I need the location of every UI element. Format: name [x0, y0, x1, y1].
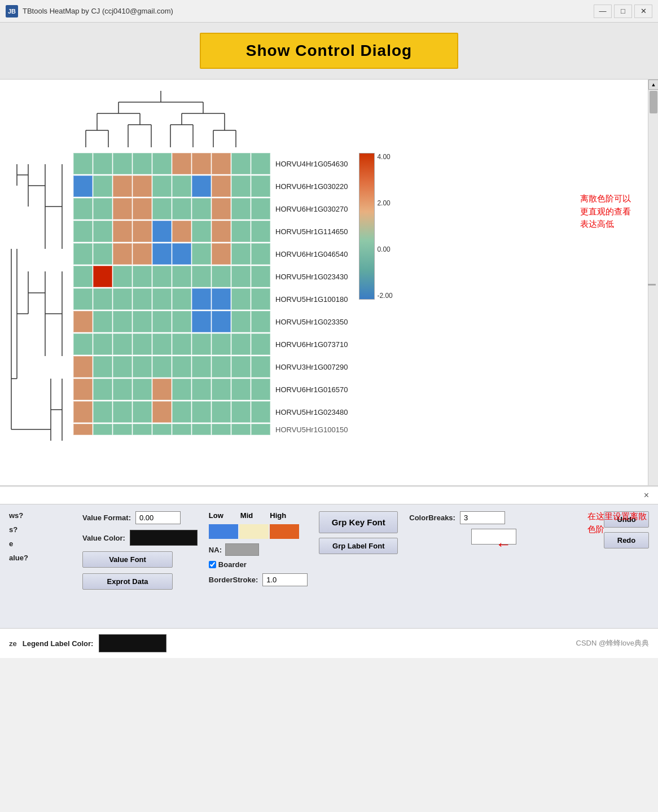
heatmap-cell	[113, 356, 132, 378]
control-panel: ws? s? e alue? Value Format: Value Color…	[0, 504, 658, 628]
heatmap-cell	[133, 424, 152, 435]
value-font-button[interactable]: Value Font	[82, 551, 173, 568]
scale-label-low: -2.00	[377, 292, 392, 300]
heatmap-cell	[73, 333, 93, 355]
color-scale-bar	[359, 153, 375, 300]
table-row: HORVU6Hr1G016570	[73, 379, 348, 400]
mid-color-swatch[interactable]	[239, 524, 269, 539]
heatmap-cell	[93, 221, 112, 242]
heatmap-cell	[133, 266, 152, 287]
heatmap-cell	[212, 288, 231, 310]
gene-label: HORVU5Hr1G023480	[275, 408, 348, 416]
grp-label-font-button[interactable]: Grp Label Font	[319, 538, 398, 554]
heatmap-cell	[152, 356, 172, 378]
gene-label: HORVU4Hr1G054630	[275, 160, 348, 168]
value-format-label: Value Format:	[82, 513, 131, 522]
low-color-swatch[interactable]	[209, 524, 238, 539]
heatmap-cell	[93, 424, 112, 435]
gene-label: HORVU5Hr1G100180	[275, 295, 348, 304]
color-scale-labels: 4.00 2.00 0.00 -2.00	[377, 153, 392, 300]
close-window-button[interactable]: ✕	[634, 5, 652, 18]
na-label: NA:	[209, 546, 222, 554]
heatmap-cell	[172, 401, 191, 423]
heatmap-cell	[231, 311, 251, 332]
maximize-button[interactable]: □	[614, 5, 632, 18]
heatmap-cell	[113, 311, 132, 332]
heatmap-cell	[192, 333, 211, 355]
heatmap-cell	[73, 401, 93, 423]
heatmap-cell	[172, 221, 191, 242]
legend-color-swatch[interactable]	[99, 634, 166, 652]
color-swatches-row	[209, 524, 308, 539]
gene-label: HORVU6Hr1G046540	[275, 250, 348, 258]
color-scale: 4.00 2.00 0.00 -2.00	[359, 153, 392, 449]
title-bar: JB TBtools HeatMap by CJ (ccj0410@gmail.…	[0, 0, 658, 23]
ws2-label: s?	[9, 525, 17, 534]
color-breaks-input[interactable]	[460, 511, 505, 524]
heatmap-cell	[113, 424, 132, 435]
e-label: e	[9, 539, 13, 548]
heatmap-cell	[73, 424, 93, 435]
s-row: s?	[9, 525, 77, 534]
grp-key-font-button[interactable]: Grp Key Font	[319, 511, 398, 533]
heatmap-cell	[113, 198, 132, 220]
watermark-text: CSDN @蜂蜂love典典	[576, 638, 650, 648]
top-dendrogram-svg	[73, 85, 248, 159]
scroll-thumb[interactable]	[650, 91, 657, 113]
e-row: e	[9, 539, 77, 548]
color-headers: Low Mid High	[209, 511, 308, 520]
mid-label: Mid	[240, 511, 253, 520]
heatmap-cell	[251, 333, 270, 355]
heatmap-cell	[113, 243, 132, 265]
table-row: HORVU3Hr1G007290	[73, 356, 348, 378]
heatmap-cell	[231, 198, 251, 220]
heatmap-cell	[231, 424, 251, 435]
dialog-close-button[interactable]: ×	[641, 489, 652, 502]
scroll-grip	[648, 284, 656, 286]
colorbreaks-section: ColorBreaks:	[409, 511, 516, 621]
na-color-swatch[interactable]	[225, 543, 259, 556]
heatmap-cell	[133, 175, 152, 197]
heatmap-container: HORVU4Hr1G054630 HORVU6Hr1G030220	[0, 80, 648, 485]
heatmap-cell	[152, 379, 172, 400]
vertical-scrollbar[interactable]: ▲	[648, 80, 658, 485]
scroll-track[interactable]	[648, 90, 658, 485]
low-label: Low	[209, 511, 223, 520]
left-dendrogram-svg	[6, 153, 73, 446]
boarder-checkbox[interactable]	[209, 561, 216, 568]
heatmap-cell	[152, 424, 172, 435]
high-color-swatch[interactable]	[270, 524, 299, 539]
show-control-dialog-button[interactable]: Show Control Dialog	[200, 33, 458, 69]
heatmap-cell	[113, 401, 132, 423]
color-swatch-section: Low Mid High NA: Boarder BorderStroke:	[209, 511, 308, 621]
scroll-up-button[interactable]: ▲	[648, 80, 658, 90]
heatmap-cell	[192, 379, 211, 400]
value-color-swatch[interactable]	[130, 530, 198, 546]
grp-section: Grp Key Font Grp Label Font	[319, 511, 398, 621]
heatmap-cell	[192, 198, 211, 220]
gene-label: HORVU6Hr1G030270	[275, 205, 348, 213]
heatmap-cell	[251, 175, 270, 197]
heatmap-cell	[73, 311, 93, 332]
arrow-icon: ←	[495, 536, 511, 554]
table-row: HORVU6Hr1G046540	[73, 243, 348, 265]
heatmap-cell	[212, 221, 231, 242]
minimize-button[interactable]: —	[594, 5, 612, 18]
border-stroke-input[interactable]	[262, 573, 308, 586]
scale-label-mid: 2.00	[377, 199, 392, 207]
value-format-input[interactable]	[135, 511, 181, 524]
heatmap-cell	[212, 243, 231, 265]
table-row: HORVU5Hr1G023430	[73, 266, 348, 287]
heatmap-cell	[251, 401, 270, 423]
heatmap-cell	[93, 356, 112, 378]
heatmap-cell	[133, 288, 152, 310]
left-ctrl-section: ws? s? e alue?	[9, 511, 77, 621]
heatmap-cell	[113, 175, 132, 197]
border-stroke-label: BorderStroke:	[209, 576, 258, 584]
export-data-button[interactable]: Exprot Data	[82, 573, 173, 590]
table-row: HORVU6Hr1G030270	[73, 198, 348, 220]
gene-label: HORVU6Hr1G073710	[275, 340, 348, 349]
gene-label: HORVU5Hr1G023430	[275, 273, 348, 281]
heatmap-cell	[172, 333, 191, 355]
heatmap-cell	[93, 311, 112, 332]
